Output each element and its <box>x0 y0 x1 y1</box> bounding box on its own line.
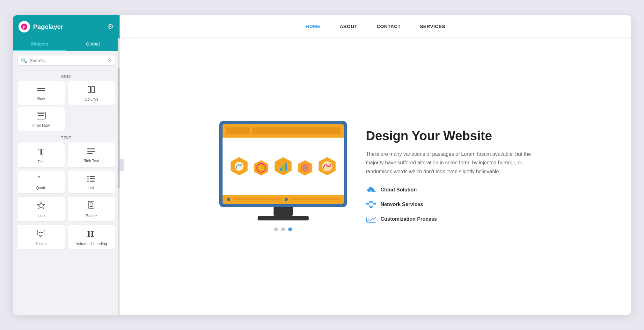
feature-customization: Customization Process <box>366 214 532 224</box>
rich-text-icon <box>87 148 95 157</box>
widget-rich-text[interactable]: Rich Text <box>68 142 115 168</box>
svg-rect-4 <box>88 86 91 93</box>
text-widget-group: T Title Rich Text " Quote <box>17 142 115 250</box>
tab-global[interactable]: Global <box>66 38 120 51</box>
icon-widget-icon <box>37 201 45 212</box>
svg-text:H: H <box>87 229 94 238</box>
feature-network-label: Network Services <box>381 202 423 207</box>
hero-image <box>219 121 347 231</box>
quote-icon: " <box>37 175 45 184</box>
inner-row-icon <box>37 112 46 121</box>
hex-icon-4 <box>296 159 314 176</box>
widget-list[interactable]: List <box>68 170 115 194</box>
search-area: 🔍 ✕ <box>13 51 120 68</box>
monitor-base <box>258 216 309 220</box>
sidebar-collapse-handle[interactable]: ‹ <box>120 159 124 171</box>
dot-2[interactable] <box>281 227 285 231</box>
monitor-illustration <box>219 121 347 220</box>
feature-cloud: Cloud Solution <box>366 185 532 195</box>
svg-rect-36 <box>280 168 282 171</box>
widget-badge[interactable]: Badge <box>68 196 115 222</box>
widget-column-label: Column <box>85 97 98 102</box>
widget-inner-row-label: Inner Row <box>32 123 50 128</box>
sidebar-header: p Pagelayer ⚙ <box>13 15 120 38</box>
list-icon <box>87 175 95 184</box>
hex-icon-3 <box>273 156 293 176</box>
svg-rect-7 <box>38 113 44 114</box>
dot-3[interactable] <box>288 227 292 231</box>
widget-badge-label: Badge <box>86 214 97 218</box>
logo: p Pagelayer <box>18 21 63 32</box>
sidebar-scrollbar <box>118 38 120 315</box>
grid-widget-group: Row Column <box>17 81 115 105</box>
svg-marker-20 <box>37 202 45 209</box>
widget-icon[interactable]: Icon <box>17 196 65 222</box>
cloud-icon <box>366 185 376 195</box>
search-input[interactable] <box>30 58 105 63</box>
svg-rect-11 <box>87 151 95 152</box>
widget-title[interactable]: T Title <box>17 142 65 168</box>
hex-icon-1 <box>229 156 249 176</box>
svg-rect-17 <box>90 178 95 179</box>
tab-widgets[interactable]: Widgets <box>13 38 66 51</box>
widget-quote[interactable]: " Quote <box>17 170 65 194</box>
search-icon: 🔍 <box>21 57 27 63</box>
widget-row-label: Row <box>37 97 45 101</box>
text-section-label: TEXT <box>17 136 115 140</box>
svg-rect-3 <box>37 90 45 91</box>
widget-tooltip[interactable]: Tooltip <box>17 224 65 250</box>
svg-rect-47 <box>370 206 372 208</box>
nav-services[interactable]: SERVICES <box>420 24 445 29</box>
svg-rect-15 <box>90 176 95 177</box>
tooltip-icon <box>37 229 46 240</box>
svg-rect-5 <box>92 86 94 93</box>
svg-point-26 <box>39 232 40 233</box>
widget-animated-heading[interactable]: H Animated Heading <box>68 224 115 250</box>
hex-icon-2 <box>252 159 270 176</box>
svg-point-31 <box>235 162 244 171</box>
feature-cloud-label: Cloud Solution <box>381 187 417 193</box>
svg-point-14 <box>87 176 89 177</box>
svg-rect-8 <box>38 115 44 116</box>
settings-button[interactable]: ⚙ <box>107 23 114 31</box>
monitor-bar-right <box>252 127 340 134</box>
widget-inner-row[interactable]: Inner Row <box>17 107 65 131</box>
feature-list: Cloud Solution <box>366 185 532 224</box>
dot-1[interactable] <box>274 227 278 231</box>
search-clear-icon[interactable]: ✕ <box>107 57 112 63</box>
widget-quote-label: Quote <box>36 186 46 190</box>
hex-icon-5 <box>317 156 337 176</box>
sidebar-content: GRID Row Column <box>13 68 120 315</box>
svg-rect-48 <box>373 203 376 204</box>
svg-rect-10 <box>87 148 95 149</box>
svg-rect-37 <box>282 165 284 171</box>
monitor-frame <box>219 121 347 207</box>
widget-title-label: Title <box>38 160 45 164</box>
widget-column[interactable]: Column <box>68 81 115 105</box>
title-icon: T <box>37 147 45 158</box>
column-icon <box>87 86 95 95</box>
svg-rect-46 <box>370 201 372 203</box>
nav-home[interactable]: HOME <box>305 24 320 29</box>
network-icon <box>366 199 376 210</box>
nav-contact[interactable]: CONTACT <box>377 24 401 29</box>
feature-customization-label: Customization Process <box>381 216 437 222</box>
svg-point-16 <box>87 178 89 180</box>
monitor-stand <box>274 207 293 216</box>
monitor-bottom-dot <box>227 198 230 201</box>
nav-about[interactable]: ABOUT <box>340 24 357 29</box>
logo-text: Pagelayer <box>33 23 63 31</box>
svg-line-49 <box>369 202 370 204</box>
monitor-screen <box>223 124 344 204</box>
svg-point-42 <box>304 167 306 169</box>
grid-widget-group-2: Inner Row <box>17 107 115 131</box>
sidebar: p Pagelayer ⚙ Widgets Global 🔍 ✕ GRID <box>13 15 120 315</box>
widget-tooltip-label: Tooltip <box>35 241 47 246</box>
logo-icon: p <box>18 21 30 32</box>
top-nav: HOME ABOUT CONTACT SERVICES <box>120 15 631 38</box>
widget-row[interactable]: Row <box>17 81 65 105</box>
svg-rect-2 <box>37 88 45 89</box>
widget-icon-label: Icon <box>37 213 45 218</box>
svg-point-27 <box>40 232 42 233</box>
svg-rect-45 <box>366 203 369 204</box>
